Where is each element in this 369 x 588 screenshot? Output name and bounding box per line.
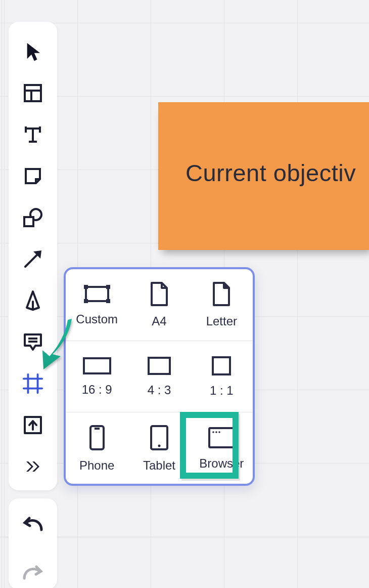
frame-option-browser[interactable]: Browser bbox=[191, 412, 253, 484]
note-tool[interactable] bbox=[22, 165, 43, 187]
svg-rect-9 bbox=[24, 217, 33, 226]
undo-button[interactable] bbox=[22, 514, 43, 535]
frame-option-tablet[interactable]: Tablet bbox=[128, 412, 190, 484]
pen-tool[interactable] bbox=[22, 290, 43, 311]
svg-rect-24 bbox=[106, 299, 110, 303]
arrow-tool[interactable] bbox=[22, 248, 43, 270]
frame-option-16-9[interactable]: 16 : 9 bbox=[66, 341, 128, 412]
frame-size-popover: Custom A4 Letter 16 : 9 4 : 3 1 : 1 Phon… bbox=[64, 267, 255, 486]
frame-option-label: 4 : 3 bbox=[148, 383, 171, 397]
frame-option-a4[interactable]: A4 bbox=[128, 269, 190, 341]
svg-rect-0 bbox=[25, 85, 41, 101]
comment-tool[interactable] bbox=[22, 331, 43, 353]
svg-point-35 bbox=[219, 431, 221, 433]
svg-rect-25 bbox=[84, 358, 110, 373]
frame-option-1-1[interactable]: 1 : 1 bbox=[191, 341, 253, 412]
frame-tool[interactable] bbox=[22, 373, 43, 394]
frame-option-label: A4 bbox=[152, 314, 166, 328]
frame-option-label: 1 : 1 bbox=[210, 384, 234, 398]
frame-option-label: Letter bbox=[206, 314, 237, 328]
svg-rect-27 bbox=[213, 357, 230, 374]
frame-option-label: Browser bbox=[199, 456, 244, 471]
redo-button[interactable] bbox=[22, 562, 43, 583]
svg-rect-23 bbox=[84, 299, 88, 303]
frame-option-label: 16 : 9 bbox=[82, 383, 112, 397]
frame-option-label: Phone bbox=[79, 458, 114, 473]
frame-popover-row: Custom A4 Letter bbox=[66, 269, 253, 341]
frame-option-phone[interactable]: Phone bbox=[66, 412, 128, 484]
sticky-note-text: Current objectiv bbox=[186, 159, 356, 186]
container-tool[interactable] bbox=[22, 82, 43, 104]
svg-point-34 bbox=[216, 431, 218, 433]
upload-tool[interactable] bbox=[22, 414, 43, 436]
frame-option-label: Tablet bbox=[143, 458, 175, 473]
text-tool[interactable] bbox=[22, 124, 43, 145]
shape-tool[interactable] bbox=[22, 207, 43, 228]
frame-popover-row: 16 : 9 4 : 3 1 : 1 bbox=[66, 341, 253, 412]
toolbar bbox=[9, 22, 57, 490]
svg-point-33 bbox=[213, 431, 215, 433]
svg-rect-22 bbox=[106, 285, 110, 289]
sticky-note[interactable]: Current objectiv bbox=[158, 102, 369, 250]
more-tools[interactable] bbox=[22, 456, 43, 477]
svg-line-10 bbox=[25, 254, 38, 267]
svg-rect-32 bbox=[209, 428, 234, 447]
svg-rect-26 bbox=[149, 358, 170, 374]
frame-option-4-3[interactable]: 4 : 3 bbox=[128, 341, 190, 412]
select-tool[interactable] bbox=[22, 41, 43, 62]
frame-option-custom[interactable]: Custom bbox=[66, 269, 128, 341]
history-toolbar bbox=[9, 498, 57, 588]
svg-rect-20 bbox=[86, 287, 108, 301]
svg-point-31 bbox=[158, 444, 160, 447]
svg-rect-21 bbox=[84, 285, 88, 289]
frame-option-letter[interactable]: Letter bbox=[191, 269, 253, 341]
frame-popover-row: Phone Tablet Browser bbox=[66, 412, 253, 484]
frame-option-label: Custom bbox=[76, 312, 118, 326]
